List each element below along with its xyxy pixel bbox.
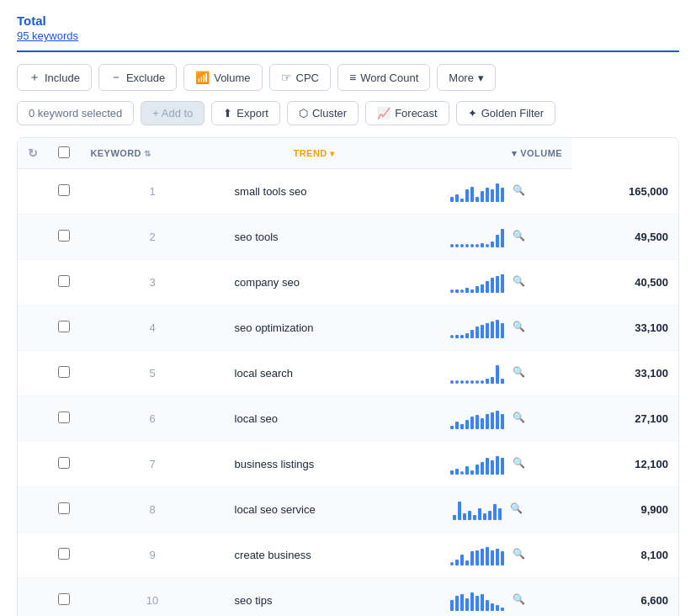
keyword-cell: create business: [225, 533, 404, 578]
row-number: 6: [80, 396, 224, 442]
more-label: More: [449, 72, 474, 84]
row-number: 4: [80, 305, 224, 351]
keyword-table: ↻ KEYWORD ⇅ TREND ▾ ▾ VOL: [17, 137, 679, 616]
trend-chart: [450, 224, 504, 247]
volume-cell: 27,100: [572, 396, 678, 442]
row-number: 5: [80, 351, 224, 396]
row-checkbox[interactable]: [58, 412, 70, 423]
row-number: 7: [80, 442, 224, 487]
trend-search-icon[interactable]: 🔍: [513, 412, 525, 423]
exclude-button[interactable]: － Exclude: [98, 64, 177, 91]
forecast-icon: 📈: [377, 107, 391, 119]
row-checkbox[interactable]: [58, 502, 70, 514]
table-row: 9create business🔍8,100: [18, 533, 678, 578]
keyword-cell: seo tips: [225, 578, 404, 617]
volume-cell: 165,000: [572, 169, 678, 215]
include-label: Include: [45, 72, 80, 84]
export-label: Export: [236, 107, 268, 119]
trend-search-icon[interactable]: 🔍: [513, 457, 525, 469]
refresh-icon[interactable]: ↻: [28, 146, 38, 160]
cpc-label: CPC: [296, 72, 319, 84]
keyword-sort-icon[interactable]: ⇅: [144, 149, 151, 158]
row-checkbox[interactable]: [58, 184, 70, 196]
cluster-button[interactable]: ⬡ Cluster: [287, 101, 359, 125]
trend-search-icon[interactable]: 🔍: [513, 321, 525, 332]
volume-cell: 8,100: [572, 533, 678, 578]
row-checkbox[interactable]: [58, 275, 70, 287]
keyword-cell: local seo: [225, 396, 404, 442]
plus-icon: ＋: [29, 70, 40, 85]
select-all-checkbox[interactable]: [58, 146, 70, 158]
keyword-col-header: KEYWORD ⇅: [80, 138, 224, 169]
trend-search-icon[interactable]: 🔍: [510, 502, 523, 514]
row-checkbox[interactable]: [58, 457, 70, 469]
trend-sort-icon[interactable]: ▾: [330, 149, 334, 158]
filter-icon: ✦: [468, 107, 477, 119]
table-row: 5local search🔍33,100: [18, 351, 678, 396]
row-checkbox-cell: [48, 305, 80, 351]
trend-chart: [450, 315, 504, 338]
row-number: 8: [80, 487, 224, 533]
row-checkbox[interactable]: [58, 548, 70, 560]
export-button[interactable]: ⬆ Export: [211, 101, 280, 125]
volume-cell: 33,100: [572, 351, 678, 396]
row-number: 2: [80, 215, 224, 260]
row-checkbox-cell: [48, 215, 80, 260]
hand-icon: ☞: [281, 71, 292, 84]
row-checkbox-cell: [48, 533, 80, 578]
trend-search-icon[interactable]: 🔍: [513, 230, 525, 242]
trend-chart: [450, 406, 504, 429]
forecast-label: Forecast: [395, 107, 438, 119]
row-num: [18, 533, 48, 578]
table-row: 8local seo service🔍9,900: [18, 487, 678, 533]
volume-sort-icon[interactable]: ▾: [512, 148, 520, 158]
trend-cell: 🔍: [404, 215, 572, 260]
more-button[interactable]: More ▾: [437, 64, 496, 91]
trend-search-icon[interactable]: 🔍: [513, 593, 525, 605]
volume-cell: 9,900: [572, 487, 678, 533]
table-row: 3company seo🔍40,500: [18, 260, 678, 305]
add-to-button[interactable]: + Add to: [141, 101, 205, 125]
chart-icon: 📶: [195, 71, 210, 84]
trend-search-icon[interactable]: 🔍: [513, 184, 525, 196]
row-checkbox[interactable]: [58, 230, 70, 242]
row-checkbox[interactable]: [58, 321, 70, 332]
volume-cell: 6,600: [572, 578, 678, 617]
row-num: [18, 215, 48, 260]
checkbox-col-header: [48, 138, 80, 169]
word-count-button[interactable]: ≡ Word Count: [337, 64, 430, 91]
keyword-cell: small tools seo: [225, 169, 404, 215]
row-checkbox-cell: [48, 396, 80, 442]
volume-cell: 49,500: [572, 215, 678, 260]
table-row: 2seo tools🔍49,500: [18, 215, 678, 260]
row-number: 9: [80, 533, 224, 578]
forecast-button[interactable]: 📈 Forecast: [365, 101, 449, 125]
trend-search-icon[interactable]: 🔍: [513, 275, 525, 287]
trend-cell: 🔍: [404, 396, 572, 442]
row-num: [18, 260, 48, 305]
trend-chart: [450, 360, 504, 384]
keyword-cell: business listings: [225, 442, 404, 487]
table-row: 6local seo🔍27,100: [18, 396, 678, 442]
trend-cell: 🔍: [404, 442, 572, 487]
keyword-cell: seo tools: [225, 215, 404, 260]
row-num: [18, 442, 48, 487]
trend-search-icon[interactable]: 🔍: [513, 366, 525, 378]
trend-search-icon[interactable]: 🔍: [513, 548, 525, 560]
cpc-button[interactable]: ☞ CPC: [269, 64, 331, 91]
table-row: 1small tools seo🔍165,000: [18, 169, 678, 215]
row-checkbox[interactable]: [58, 366, 70, 378]
include-button[interactable]: ＋ Include: [17, 64, 92, 91]
volume-button[interactable]: 📶 Volume: [183, 64, 262, 91]
trend-chart: [450, 451, 504, 475]
minus-icon: －: [110, 70, 122, 85]
row-num: [18, 396, 48, 442]
keywords-count-link[interactable]: 95 keywords: [17, 29, 679, 42]
row-num: [18, 169, 48, 215]
row-num: [18, 578, 48, 617]
word-count-label: Word Count: [360, 72, 418, 84]
row-checkbox[interactable]: [58, 593, 70, 605]
lines-icon: ≡: [349, 71, 356, 84]
keyword-cell: seo optimization: [225, 305, 404, 351]
golden-filter-button[interactable]: ✦ Golden Filter: [456, 101, 555, 125]
